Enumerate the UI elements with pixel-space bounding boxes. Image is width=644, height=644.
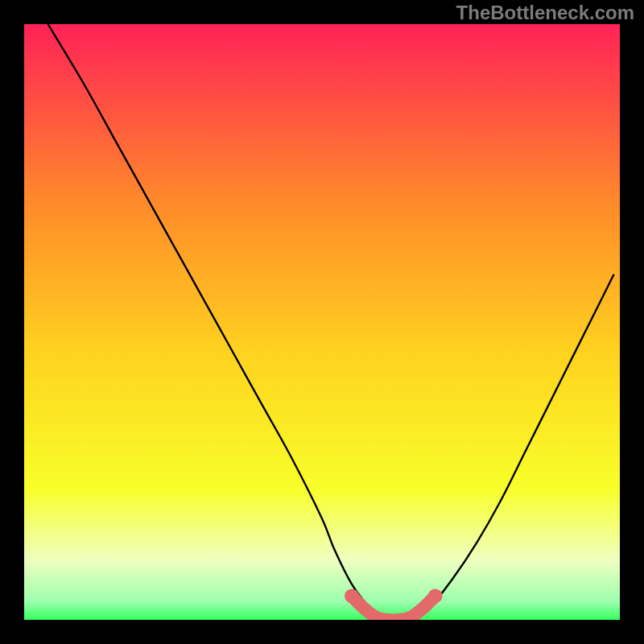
app-frame: TheBottleneck.com [0,0,644,644]
highlight-endpoint [345,588,359,603]
chart-area [24,24,620,620]
watermark-text: TheBottleneck.com [456,2,634,24]
gradient-background [24,24,620,620]
bottleneck-chart [24,24,620,620]
highlight-endpoint [428,588,443,603]
